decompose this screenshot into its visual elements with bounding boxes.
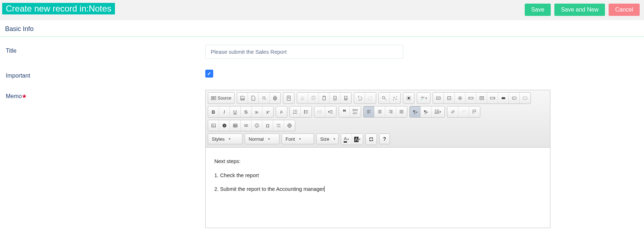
svg-rect-30	[501, 97, 505, 99]
about-button[interactable]: ?	[379, 133, 390, 144]
language-button[interactable]: 話▾	[432, 106, 445, 117]
paste-button[interactable]	[319, 93, 330, 104]
div-button[interactable]: DIV</>	[350, 106, 361, 117]
svg-rect-33	[523, 97, 527, 100]
radio-icon	[458, 96, 463, 101]
rtl-button[interactable]: ¶▸	[421, 106, 432, 117]
memo-line-3: 2. Submit the report to the Accounting m…	[214, 185, 541, 194]
text-cursor	[324, 186, 325, 192]
floppy-icon	[240, 96, 245, 101]
align-center-button[interactable]	[374, 106, 385, 117]
paste-word-icon: W	[343, 96, 348, 101]
maximize-button[interactable]	[366, 134, 377, 145]
select-button[interactable]	[487, 93, 498, 104]
svg-rect-11	[323, 96, 325, 100]
cut-button[interactable]	[297, 93, 308, 104]
button-button[interactable]	[498, 93, 509, 104]
important-checkbox[interactable]: ✓	[205, 70, 213, 78]
styles-dropdown[interactable]: Styles▾	[208, 133, 242, 144]
italic-button[interactable]: I	[219, 106, 230, 117]
search-icon	[382, 96, 387, 101]
spellcheck-button[interactable]: ABC▾	[417, 93, 430, 104]
save-icon-button[interactable]	[237, 93, 248, 104]
save-button[interactable]: Save	[525, 4, 551, 16]
memo-content[interactable]: Next steps: 1. Check the report 2. Submi…	[206, 148, 550, 228]
link-button[interactable]	[447, 106, 458, 117]
align-justify-button[interactable]	[396, 106, 407, 117]
checkbox-button[interactable]	[444, 93, 455, 104]
flash-icon: f	[222, 123, 227, 128]
blockquote-button[interactable]: ❝	[339, 106, 350, 117]
templates-button[interactable]	[283, 93, 294, 104]
iframe-button[interactable]	[284, 120, 295, 131]
table-button[interactable]	[230, 120, 241, 131]
align-justify-icon	[399, 109, 404, 114]
text-color-button[interactable]: A▾	[341, 134, 352, 145]
underline-button[interactable]: U	[230, 106, 241, 117]
hr-button[interactable]	[241, 120, 252, 131]
spellcheck-icon: ABC	[420, 96, 425, 101]
size-dropdown[interactable]: Size▾	[316, 133, 339, 144]
svg-point-2	[262, 97, 265, 99]
page-icon	[251, 96, 256, 101]
hidden-field-button[interactable]	[520, 93, 531, 104]
paste-word-button[interactable]: W	[340, 93, 351, 104]
textfield-button[interactable]	[465, 93, 476, 104]
hr-icon	[244, 123, 249, 128]
scissors-icon	[300, 96, 305, 101]
subscript-button[interactable]: x₂	[252, 106, 262, 117]
svg-text:a: a	[395, 97, 397, 100]
svg-text:ABC: ABC	[421, 97, 425, 98]
bg-color-button[interactable]: A▾	[352, 134, 363, 145]
field-important-row: Important ✓	[0, 68, 644, 88]
ltr-button[interactable]: ¶◂	[410, 106, 421, 117]
maximize-icon	[369, 137, 374, 142]
image-icon	[211, 123, 216, 128]
image-button[interactable]	[208, 120, 219, 131]
textarea-button[interactable]	[476, 93, 487, 104]
flag-icon	[472, 109, 477, 114]
format-dropdown[interactable]: Normal▾	[245, 133, 279, 144]
ordered-list-button[interactable]: 123	[290, 106, 301, 117]
remove-format-button[interactable]: Ix	[276, 106, 287, 117]
indent-button[interactable]	[325, 106, 336, 117]
source-icon	[211, 96, 216, 101]
unlink-button[interactable]	[458, 106, 469, 117]
unordered-list-button[interactable]	[301, 106, 312, 117]
anchor-button[interactable]	[469, 106, 480, 117]
align-left-icon	[366, 109, 372, 114]
preview-button[interactable]	[259, 93, 270, 104]
new-page-button[interactable]	[248, 93, 259, 104]
radio-button[interactable]	[455, 93, 465, 104]
special-char-button[interactable]: Ω	[262, 120, 273, 131]
print-button[interactable]	[270, 93, 280, 104]
undo-button[interactable]	[354, 93, 365, 104]
pagebreak-button[interactable]	[273, 120, 284, 131]
page-header: Create new record in:Notes Save Save and…	[0, 0, 644, 20]
svg-text:b: b	[394, 96, 395, 98]
cancel-button[interactable]: Cancel	[609, 4, 640, 16]
font-dropdown[interactable]: Font▾	[282, 133, 314, 144]
smiley-button[interactable]	[252, 120, 262, 131]
find-button[interactable]	[379, 93, 390, 104]
flash-button[interactable]: f	[219, 120, 230, 131]
strike-button[interactable]: S	[241, 106, 252, 117]
bold-button[interactable]: B	[208, 106, 219, 117]
outdent-button[interactable]	[314, 106, 325, 117]
image-button-editor[interactable]	[509, 93, 520, 104]
superscript-button[interactable]: x²	[262, 106, 273, 117]
align-right-button[interactable]	[385, 106, 396, 117]
table-icon	[233, 123, 238, 128]
paste-text-button[interactable]: T	[330, 93, 340, 104]
unlink-icon	[461, 109, 466, 114]
align-left-button[interactable]	[364, 106, 374, 117]
title-input[interactable]	[205, 45, 403, 59]
replace-button[interactable]: ba	[390, 93, 400, 104]
save-and-new-button[interactable]: Save and New	[554, 4, 605, 16]
source-button[interactable]: Source	[208, 93, 234, 104]
copy-button[interactable]	[308, 93, 319, 104]
form-button[interactable]	[433, 93, 444, 104]
page-title-tag: Create new record in:Notes	[2, 3, 115, 14]
redo-button[interactable]	[365, 93, 376, 104]
select-all-button[interactable]	[403, 93, 414, 104]
